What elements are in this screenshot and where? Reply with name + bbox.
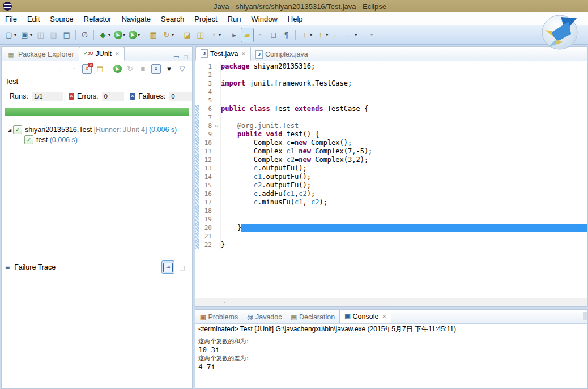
console-tab-label: Console [353, 313, 379, 320]
dropdown-caret-icon[interactable]: ▾ [326, 32, 328, 37]
menu-project[interactable]: Project [189, 12, 222, 25]
junit-tree-row[interactable]: ✓test (0.006 s) [2, 135, 192, 145]
run-button[interactable]: ▶▾ [112, 28, 127, 42]
mark-occurrences-button[interactable]: ▰ [241, 28, 254, 42]
expand-arrow-icon[interactable]: ◢ [6, 127, 13, 132]
compare-result-button[interactable]: ◻ [176, 260, 189, 274]
refresh-button[interactable]: ↻▾ [160, 28, 176, 42]
dropdown-caret-icon[interactable]: ▾ [355, 32, 357, 37]
dropdown-caret-icon[interactable]: ▾ [219, 32, 221, 37]
open-type-button-icon: ◪ [182, 30, 192, 40]
junit-tree-row[interactable]: ◢✓shiyan20135316.Test [Runner: JUnit 4] … [2, 125, 192, 135]
search-button-icon: ◔ [208, 30, 218, 40]
history-menu-caret[interactable]: ▾ [163, 62, 176, 75]
rerun-failed-first-button[interactable]: ↻ [123, 62, 137, 75]
fold-column [213, 190, 221, 198]
dropdown-caret-icon[interactable]: ▾ [172, 32, 174, 37]
close-tab-icon[interactable]: ✕ [241, 51, 246, 57]
show-whitespace-button[interactable]: ¶ [280, 28, 293, 42]
print-button-icon: ▤ [62, 30, 71, 40]
menu-search[interactable]: Search [156, 12, 189, 25]
code-editor[interactable]: 1package shiyan20135316;23import junit.f… [195, 61, 587, 298]
tab-javadoc[interactable]: @Javadoc [242, 311, 286, 323]
menu-run[interactable]: Run [223, 12, 246, 25]
editor-tab-test-java[interactable]: JTest.java✕ [195, 46, 251, 61]
range-indicator [195, 224, 199, 232]
fold-column [213, 113, 221, 122]
tab-problems[interactable]: ▣Problems [195, 311, 242, 323]
menu-refactor[interactable]: Refactor [79, 12, 117, 25]
coverage-button[interactable]: ▶▾ [127, 28, 142, 42]
junit-test-tree[interactable]: ◢✓shiyan20135316.Test [Runner: JUnit 4] … [2, 121, 192, 145]
fold-marker-icon[interactable]: ⊖ [213, 122, 221, 130]
dropdown-caret-icon[interactable]: ▾ [138, 32, 140, 37]
range-indicator [195, 164, 199, 173]
runner-label: [Runner: JUnit 4] [92, 126, 147, 134]
go-to-top-button[interactable]: ↑▾ [314, 28, 330, 42]
next-failed-test-button[interactable]: ↓ [54, 62, 67, 75]
menu-navigate[interactable]: Navigate [117, 12, 156, 25]
new-java-element-button[interactable]: ▣▾ [18, 28, 34, 42]
debug-button[interactable]: ◆▾ [96, 28, 112, 42]
test-run-history-button[interactable]: ≡ [150, 62, 163, 75]
range-indicator [195, 198, 199, 207]
minimize-view-icon[interactable]: ▭ [173, 53, 179, 61]
dropdown-caret-icon[interactable]: ▾ [123, 32, 125, 37]
line-number: 14 [199, 173, 213, 181]
range-indicator [195, 88, 199, 96]
open-type-button[interactable]: ◪ [181, 28, 194, 42]
close-junit-tab-icon[interactable]: ✕ [115, 51, 120, 57]
maximize-view-icon[interactable]: □ [184, 54, 188, 61]
scroll-lock-button[interactable]: ▤ [93, 62, 106, 75]
rerun-test-button[interactable]: ▶ [112, 62, 123, 75]
show-selected-element-button[interactable]: ▫ [254, 28, 267, 42]
editor-tab-complex-java[interactable]: JComplex.java [251, 48, 313, 61]
show-block-selection-button[interactable]: ◻ [267, 28, 280, 42]
forward-button[interactable]: →▾ [359, 28, 374, 42]
save-all-button[interactable]: ▥ [47, 28, 60, 42]
toolbar-group: ↓▾↑▾←←▾→▾ [298, 28, 374, 42]
dropdown-caret-icon[interactable]: ▾ [108, 32, 110, 37]
junit-toolbar: ↓↑✗✕▤▶↻■≡▾▽ [2, 61, 192, 76]
editor-horizontal-scrollbar[interactable]: ‹ [195, 298, 587, 306]
view-menu-button[interactable]: ▽ [176, 62, 189, 75]
menu-source[interactable]: Source [45, 12, 78, 25]
scroll-left-icon[interactable]: ‹ [221, 299, 229, 306]
next-annotation-button[interactable]: ▸ [228, 28, 241, 42]
skip-all-breakpoints-button[interactable]: ∅ [78, 28, 91, 42]
back-button[interactable]: ← [330, 28, 343, 42]
tab-console[interactable]: ▣Console✕ [339, 309, 391, 323]
tab-declaration[interactable]: ▤Declaration [287, 311, 340, 323]
java-file-icon: J [201, 49, 208, 58]
dropdown-caret-icon[interactable]: ▾ [14, 32, 16, 37]
code-line: 21 [195, 232, 587, 241]
new-button[interactable]: ▢▾ [2, 28, 18, 42]
toolbar-separator [225, 30, 225, 40]
dropdown-caret-icon[interactable]: ▾ [370, 32, 373, 37]
last-edit-location-button[interactable]: ↓▾ [298, 28, 314, 42]
search-button[interactable]: ◔▾ [207, 28, 223, 42]
problems-icon: ▣ [200, 314, 206, 321]
menu-window[interactable]: Window [246, 12, 283, 25]
menu-file[interactable]: File [0, 12, 22, 25]
print-button[interactable]: ▤ [60, 28, 73, 42]
menu-help[interactable]: Help [283, 12, 308, 25]
bird-logo[interactable] [535, 15, 585, 52]
dropdown-caret-icon[interactable]: ▾ [310, 32, 312, 37]
new-java-project-button[interactable]: ▦ [147, 28, 160, 42]
tab-package-explorer[interactable]: ▦ Package Explorer [2, 48, 79, 61]
open-resource-button[interactable]: ◫ [194, 28, 207, 42]
stop-junit-button[interactable]: ■ [137, 62, 150, 75]
back-history-button[interactable]: ←▾ [343, 28, 359, 42]
close-tab-icon[interactable]: ✕ [382, 314, 386, 319]
tab-junit[interactable]: ✓JU JUnit ✕ [79, 46, 125, 61]
console-output[interactable]: 这两个复数的和为:10-3i这两个复数的差为:4-7i [195, 335, 587, 373]
previous-failed-test-button[interactable]: ↑ [67, 62, 80, 75]
menu-edit[interactable]: Edit [22, 12, 45, 25]
show-trace-in-console-button[interactable]: ⇥ [161, 260, 174, 274]
save-button[interactable]: ◫ [34, 28, 47, 42]
show-failures-only-button[interactable]: ✗✕ [80, 62, 93, 75]
dropdown-caret-icon[interactable]: ▾ [30, 32, 32, 37]
console-line: 这两个复数的差为: [198, 354, 585, 362]
failure-trace-menu-icon[interactable]: ≡ [5, 263, 10, 272]
